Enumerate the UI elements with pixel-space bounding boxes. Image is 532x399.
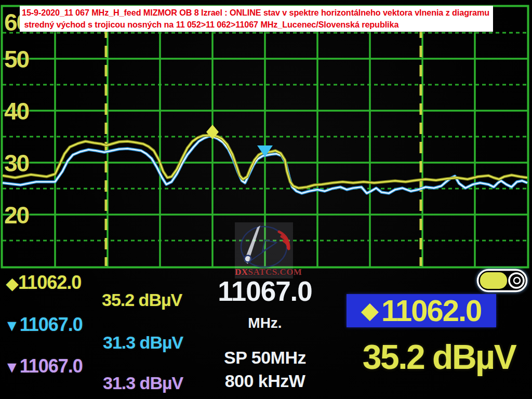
y-axis-tick-label: 40 [4, 99, 41, 123]
y-axis-tick-label: 50 [4, 47, 41, 71]
selected-marker-box: ◆11062.0 [347, 294, 496, 327]
dxsatcs-watermark: DXSATCS.COM [235, 222, 293, 278]
selected-marker-frequency: 11062.0 [381, 296, 481, 326]
triangle-marker-icon: ▼ [4, 317, 19, 334]
marker-row-1: ◆11062.0 [6, 273, 81, 292]
span-setting: SP 50MHz [197, 348, 332, 368]
marker-3-level: 31.3 dBµV [103, 374, 183, 392]
marker-3-frequency: 11067.0 [20, 355, 83, 377]
battery-icon [476, 269, 528, 292]
diamond-marker-icon: ◆ [362, 300, 377, 322]
triangle-marker-icon: ▼ [4, 358, 19, 376]
annotation-banner: 15-9-2020_11 067 MHz_H_feed MIZMOR OB 8 … [20, 6, 493, 32]
marker-2-level: 31.3 dBµV [103, 334, 183, 351]
center-frequency: 11067.0 [197, 275, 332, 307]
watermark-text: DXSATCS.COM [235, 267, 293, 277]
marker-row-2: ▼11067.0 [4, 315, 83, 334]
marker-2-frequency: 11067.0 [20, 314, 83, 335]
y-axis-tick-label: 30 [4, 151, 41, 175]
banner-line1: 15-9-2020_11 067 MHz_H_feed MIZMOR OB 8 … [22, 7, 489, 19]
bandwidth-setting: 800 kHzW [197, 371, 332, 391]
dxsatcs-logo-icon [235, 222, 293, 268]
y-axis-tick-label: 20 [4, 203, 41, 227]
marker-row-3: ▼11067.0 [4, 357, 83, 376]
frequency-unit: MHz. [197, 315, 332, 331]
marker-1-frequency: 11062.0 [18, 272, 81, 293]
selected-marker-level: 35.2 dBµV [348, 340, 530, 374]
banner-line2: stredný východ s trojicou nosných na 11 … [22, 19, 489, 31]
diamond-marker-icon: ◆ [6, 275, 18, 292]
marker-1-level: 35.2 dBµV [102, 291, 182, 309]
spectrum-analyzer-screen: 6050403020 15-9-2020_11 067 MHz_H_feed M… [0, 0, 532, 399]
